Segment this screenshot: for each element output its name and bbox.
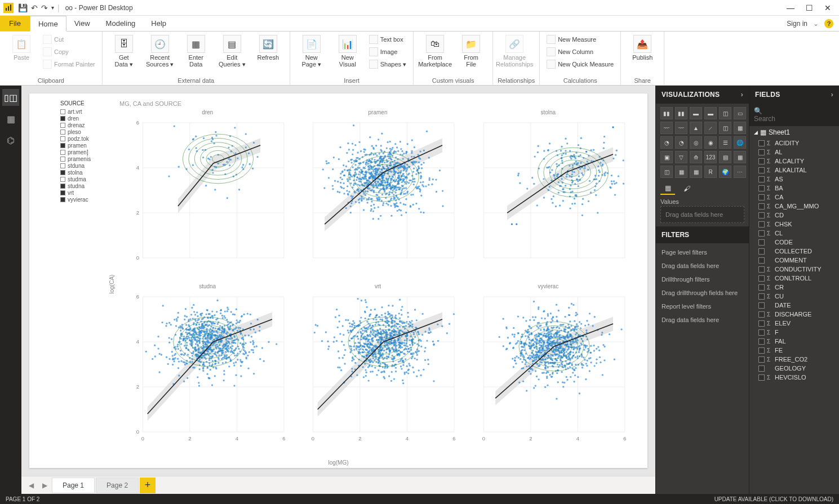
legend-item[interactable]: dren: [60, 115, 91, 122]
field-checkbox[interactable]: [758, 320, 765, 327]
viz-type-icon[interactable]: ◔: [660, 136, 673, 149]
field-checkbox[interactable]: [758, 176, 765, 182]
viz-type-icon[interactable]: ⟋: [704, 122, 717, 134]
close-button[interactable]: ✕: [824, 3, 831, 12]
viz-type-icon[interactable]: ◔: [675, 136, 687, 149]
report-view-icon[interactable]: ▯◫: [2, 89, 19, 106]
qat-dropdown-icon[interactable]: ▾: [51, 5, 54, 11]
refresh-button[interactable]: 🔄Refresh: [251, 34, 285, 62]
viz-type-icon[interactable]: 123: [704, 151, 717, 163]
field-item[interactable]: ΣALCALITY: [756, 157, 839, 166]
viz-type-icon[interactable]: ⋯: [734, 166, 746, 178]
legend-item[interactable]: vrt: [60, 190, 91, 196]
viz-type-icon[interactable]: ▮▮: [675, 107, 687, 119]
viz-type-icon[interactable]: 〰: [660, 122, 673, 134]
field-item[interactable]: ΣAL: [756, 148, 839, 157]
field-item[interactable]: ΣCONDUCTIVITY: [756, 265, 839, 274]
viz-type-icon[interactable]: ▮▮: [660, 107, 673, 119]
legend-item[interactable]: studma: [60, 176, 91, 182]
viz-type-icon[interactable]: ▦: [734, 151, 746, 163]
update-available-link[interactable]: UPDATE AVAILABLE (CLICK TO DOWNLOAD): [714, 496, 833, 502]
viz-type-icon[interactable]: ▤: [719, 151, 731, 163]
report-filters-well[interactable]: Drag data fields here: [660, 313, 744, 327]
from-file-button[interactable]: 📁From File: [454, 34, 488, 69]
get-data-button[interactable]: 🗄Get Data ▾: [107, 34, 141, 69]
viz-type-icon[interactable]: ▦: [690, 166, 702, 178]
viz-type-icon[interactable]: ▦: [675, 166, 687, 178]
field-item[interactable]: ΣAS: [756, 175, 839, 184]
viz-type-icon[interactable]: 🌐: [734, 136, 746, 149]
viz-type-icon[interactable]: ◫: [719, 122, 731, 134]
field-checkbox[interactable]: [758, 257, 765, 264]
new-visual-button[interactable]: 📊New Visual: [331, 34, 365, 69]
page-prev-button[interactable]: ◀: [25, 479, 37, 492]
data-view-icon[interactable]: ▦: [2, 110, 19, 127]
viz-type-icon[interactable]: ▽: [675, 151, 687, 163]
field-item[interactable]: CODE: [756, 238, 839, 247]
new-column-button[interactable]: New Column: [544, 46, 616, 57]
field-checkbox[interactable]: [758, 338, 765, 345]
viz-type-icon[interactable]: ▦: [734, 122, 746, 134]
fields-search-input[interactable]: [754, 115, 834, 123]
collapse-viz-icon[interactable]: ›: [741, 91, 743, 99]
values-well[interactable]: Drag data fields here: [660, 206, 744, 223]
legend-item[interactable]: pramenis: [60, 156, 91, 162]
save-icon[interactable]: 💾: [18, 3, 28, 12]
new-page-button[interactable]: 📄New Page ▾: [295, 34, 329, 69]
field-checkbox[interactable]: [758, 365, 765, 372]
field-checkbox[interactable]: [758, 266, 765, 273]
viz-type-icon[interactable]: 🌍: [719, 166, 731, 178]
help-icon[interactable]: ?: [824, 19, 833, 28]
modeling-tab[interactable]: Modeling: [98, 16, 144, 31]
viz-type-icon[interactable]: ⟰: [690, 151, 702, 163]
page-tab-1[interactable]: Page 1: [52, 478, 95, 493]
home-tab[interactable]: Home: [30, 16, 66, 32]
view-tab[interactable]: View: [66, 16, 98, 31]
field-checkbox[interactable]: [758, 275, 765, 282]
legend-item[interactable]: podz.tok: [60, 136, 91, 142]
file-tab[interactable]: File: [0, 16, 30, 31]
sign-in-link[interactable]: Sign in: [787, 20, 807, 28]
field-checkbox[interactable]: [758, 356, 765, 363]
legend-item[interactable]: pramen]: [60, 149, 91, 155]
field-checkbox[interactable]: [758, 140, 765, 146]
field-checkbox[interactable]: [758, 248, 765, 255]
field-checkbox[interactable]: [758, 302, 765, 309]
field-item[interactable]: DATE: [756, 301, 839, 310]
from-marketplace-button[interactable]: 🛍From Marketplace: [418, 34, 452, 69]
viz-type-icon[interactable]: 〰: [675, 122, 687, 134]
field-item[interactable]: ΣDISCHARGE: [756, 310, 839, 319]
field-checkbox[interactable]: [758, 239, 765, 246]
drillthrough-filters-well[interactable]: Drag drillthrough fields here: [660, 286, 744, 300]
viz-type-icon[interactable]: ▲: [690, 122, 702, 134]
field-checkbox[interactable]: [758, 212, 765, 218]
field-item[interactable]: ΣALKALITAL: [756, 166, 839, 175]
viz-type-icon[interactable]: ☰: [719, 136, 731, 149]
new-measure-button[interactable]: New Measure: [544, 34, 616, 45]
fields-well-tab-icon[interactable]: ▦: [660, 182, 675, 195]
field-checkbox[interactable]: [758, 284, 765, 291]
new-quick-measure-button[interactable]: New Quick Measure: [544, 59, 616, 70]
collapse-fields-icon[interactable]: ›: [831, 91, 833, 99]
field-item[interactable]: ΣHEVCISLO: [756, 373, 839, 382]
field-checkbox[interactable]: [758, 293, 765, 300]
fields-search[interactable]: 🔍: [749, 104, 839, 126]
viz-type-icon[interactable]: ▭: [734, 107, 746, 119]
table-sheet1[interactable]: ◢▦Sheet1: [749, 126, 839, 139]
field-item[interactable]: ΣCA_MG__MMO: [756, 202, 839, 211]
image-button[interactable]: Image: [367, 46, 409, 57]
field-item[interactable]: ΣACIDITY: [756, 139, 839, 148]
viz-type-icon[interactable]: ◉: [704, 136, 717, 149]
field-checkbox[interactable]: [758, 230, 765, 237]
field-checkbox[interactable]: [758, 149, 765, 155]
legend-item[interactable]: vyvierac: [60, 197, 91, 203]
field-item[interactable]: GEOLOGY: [756, 364, 839, 373]
legend-item[interactable]: pleso: [60, 129, 91, 135]
chevron-down-icon[interactable]: ⌄: [813, 20, 819, 28]
viz-type-icon[interactable]: ◫: [719, 107, 731, 119]
recent-sources-button[interactable]: 🕘Recent Sources ▾: [143, 34, 177, 69]
legend-item[interactable]: art.vrt: [60, 109, 91, 115]
edit-queries-button[interactable]: ▤Edit Queries ▾: [215, 34, 249, 69]
help-tab[interactable]: Help: [143, 16, 174, 31]
field-item[interactable]: ΣCONLTROLL: [756, 274, 839, 283]
